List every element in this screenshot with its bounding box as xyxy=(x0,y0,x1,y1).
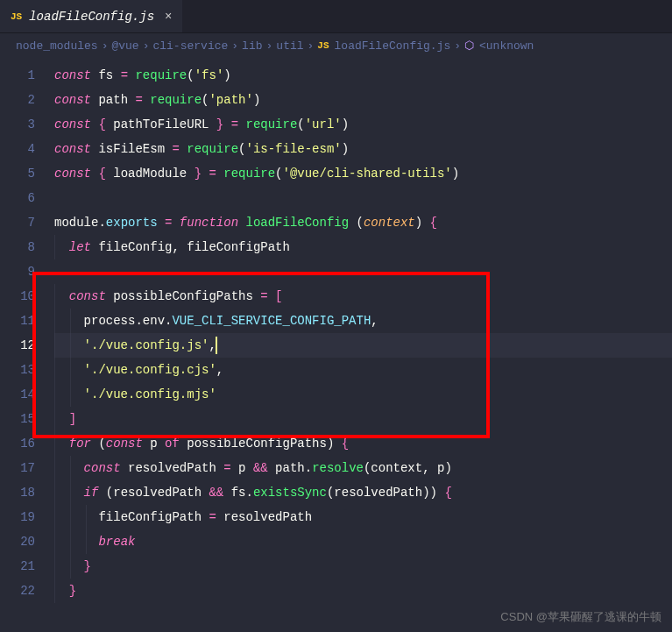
code-line[interactable]: } xyxy=(54,554,672,579)
code-line[interactable]: const resolvedPath = p && path.resolve(c… xyxy=(54,456,672,480)
crumb[interactable]: node_modules xyxy=(16,39,98,53)
chevron-right-icon: › xyxy=(454,39,461,53)
crumb-file[interactable]: loadFileConfig.js xyxy=(335,39,451,53)
code-line[interactable]: './vue.config.cjs', xyxy=(54,358,672,382)
code-line[interactable]: const { loadModule } = require('@vue/cli… xyxy=(54,161,672,186)
code-line[interactable]: let fileConfig, fileConfigPath xyxy=(54,235,672,259)
chevron-right-icon: › xyxy=(143,39,150,53)
code-line[interactable]: const isFileEsm = require('is-file-esm') xyxy=(54,137,672,161)
crumb[interactable]: util xyxy=(276,39,303,53)
close-icon[interactable]: × xyxy=(165,10,172,24)
chevron-right-icon: › xyxy=(231,39,238,53)
code-editor[interactable]: 1 2 3 4 5 6 7 8 9 10 11 12 13 14 15 16 1… xyxy=(0,58,672,603)
code-line[interactable]: const fs = require('fs') xyxy=(54,63,672,88)
code-content[interactable]: const fs = require('fs') const path = re… xyxy=(54,63,672,603)
code-line[interactable]: if (resolvedPath && fs.existsSync(resolv… xyxy=(54,480,672,505)
js-file-icon: JS xyxy=(11,11,22,22)
crumb[interactable]: cli-service xyxy=(152,39,228,53)
chevron-right-icon: › xyxy=(102,39,109,53)
code-line[interactable]: const possibleConfigPaths = [ xyxy=(54,284,672,309)
text-cursor xyxy=(216,337,217,354)
code-line[interactable]: './vue.config.mjs' xyxy=(54,382,672,407)
chevron-right-icon: › xyxy=(266,39,273,53)
code-line[interactable]: } xyxy=(54,579,672,603)
code-line[interactable]: fileConfigPath = resolvedPath xyxy=(54,505,672,529)
js-file-icon: JS xyxy=(317,40,329,51)
crumb[interactable]: @vue xyxy=(111,39,138,53)
tab-bar: JS loadFileConfig.js × xyxy=(0,0,672,33)
breadcrumb[interactable]: node_modules › @vue › cli-service › lib … xyxy=(0,33,672,58)
watermark-text: CSDN @苹果砸醒了逃课的牛顿 xyxy=(500,609,661,625)
line-numbers-gutter: 1 2 3 4 5 6 7 8 9 10 11 12 13 14 15 16 1… xyxy=(0,63,54,603)
code-line[interactable]: const path = require('path') xyxy=(54,88,672,112)
code-line[interactable]: const { pathToFileURL } = require('url') xyxy=(54,112,672,137)
symbol-icon: ⬡ xyxy=(464,39,474,53)
code-line[interactable]: break xyxy=(54,529,672,554)
code-line[interactable]: for (const p of possibleConfigPaths) { xyxy=(54,431,672,456)
code-line[interactable]: module.exports = function loadFileConfig… xyxy=(54,210,672,235)
code-line[interactable] xyxy=(54,186,672,210)
code-line[interactable] xyxy=(54,259,672,284)
code-line[interactable]: ] xyxy=(54,407,672,431)
code-line[interactable]: process.env.VUE_CLI_SERVICE_CONFIG_PATH, xyxy=(54,309,672,333)
editor-tab[interactable]: JS loadFileConfig.js × xyxy=(0,0,182,32)
code-line[interactable]: './vue.config.js', xyxy=(54,333,672,358)
crumb-symbol[interactable]: <unknown xyxy=(479,39,534,53)
tab-filename: loadFileConfig.js xyxy=(29,10,154,24)
chevron-right-icon: › xyxy=(308,39,315,53)
crumb[interactable]: lib xyxy=(242,39,262,53)
